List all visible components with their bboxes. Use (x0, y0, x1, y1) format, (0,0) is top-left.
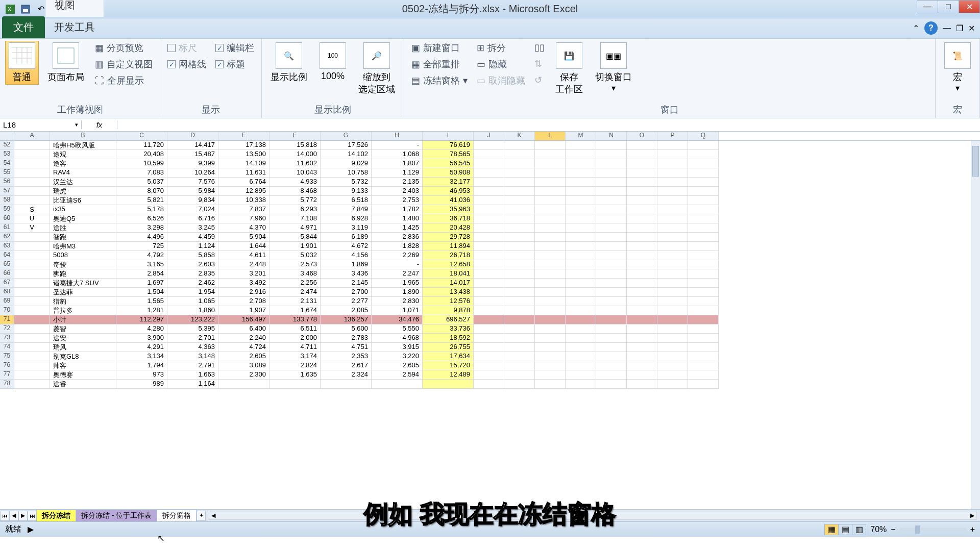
view-layout-button[interactable]: ▤ (838, 524, 852, 535)
cell[interactable] (535, 361, 566, 370)
cell[interactable]: 1,828 (372, 242, 423, 251)
cell[interactable] (688, 260, 719, 269)
cell[interactable]: 3,492 (218, 279, 270, 288)
cell[interactable] (596, 242, 627, 251)
cell[interactable] (657, 297, 688, 306)
cell[interactable] (535, 288, 566, 297)
cell[interactable]: 5,858 (167, 251, 218, 260)
sheet-tab[interactable]: 拆分窗格 (157, 510, 197, 521)
cell[interactable] (535, 260, 566, 269)
cell[interactable] (688, 324, 719, 334)
cell[interactable] (627, 178, 657, 187)
cell[interactable]: 2,835 (167, 269, 218, 279)
cell[interactable]: 1,124 (167, 242, 218, 251)
cell[interactable]: 18,592 (423, 334, 474, 343)
cell[interactable]: 2,753 (372, 196, 423, 205)
cell[interactable]: 34,476 (372, 315, 423, 324)
cell[interactable]: 4,971 (270, 223, 321, 233)
column-header-B[interactable]: B (50, 132, 116, 140)
cell[interactable]: 5,600 (321, 324, 372, 334)
window-minimize-icon[interactable]: — (943, 23, 951, 33)
row-header[interactable]: 58 (0, 196, 14, 205)
cell[interactable] (566, 380, 596, 389)
cell[interactable] (688, 233, 719, 242)
new-window-button[interactable]: ▣新建窗口 (409, 41, 470, 55)
cell[interactable]: ix35 (50, 205, 116, 214)
zoom-out-button[interactable]: − (891, 525, 895, 534)
freeze-panes-button[interactable]: ▤冻结窗格 ▾ (409, 73, 470, 88)
column-header-J[interactable]: J (474, 132, 504, 140)
cell[interactable]: 5,984 (167, 187, 218, 196)
cell[interactable] (535, 306, 566, 315)
cell[interactable] (504, 324, 535, 334)
cell[interactable] (474, 288, 504, 297)
cell[interactable] (372, 380, 423, 389)
horizontal-scrollbar[interactable]: ◀▶ (209, 512, 977, 520)
cell[interactable] (566, 306, 596, 315)
cell[interactable] (688, 297, 719, 306)
cell[interactable] (596, 260, 627, 269)
cell[interactable]: 725 (116, 242, 167, 251)
row-header[interactable]: 73 (0, 334, 14, 343)
cell[interactable] (504, 343, 535, 352)
cell[interactable]: 133,778 (270, 315, 321, 324)
cell[interactable]: 1,901 (270, 242, 321, 251)
cell[interactable] (688, 242, 719, 251)
cell[interactable]: 50,908 (423, 168, 474, 178)
cell[interactable]: 8,468 (270, 187, 321, 196)
cell[interactable]: 26,718 (423, 251, 474, 260)
cell[interactable]: 5,732 (321, 178, 372, 187)
cell[interactable]: 9,399 (167, 159, 218, 168)
cell[interactable] (627, 214, 657, 223)
zoom-100-button[interactable]: 100100% (316, 41, 350, 83)
window-close-icon[interactable]: ✕ (968, 23, 975, 33)
cell[interactable]: - (372, 141, 423, 150)
headings-checkbox[interactable]: ✓标题 (213, 57, 256, 71)
cell[interactable] (474, 315, 504, 324)
cell[interactable] (504, 361, 535, 370)
cell[interactable] (14, 324, 50, 334)
cell[interactable]: 2,474 (270, 288, 321, 297)
cell[interactable] (14, 334, 50, 343)
cell[interactable] (627, 380, 657, 389)
cell[interactable] (657, 141, 688, 150)
cell[interactable] (474, 214, 504, 223)
sheet-nav-last[interactable]: ⏭ (28, 511, 37, 521)
cell[interactable] (627, 324, 657, 334)
zoom-button[interactable]: 🔍显示比例 (267, 41, 311, 85)
cell[interactable] (504, 196, 535, 205)
cell[interactable] (627, 269, 657, 279)
cell[interactable] (596, 168, 627, 178)
column-header-A[interactable]: A (14, 132, 50, 140)
cell[interactable]: 6,716 (167, 214, 218, 223)
sheet-tab[interactable]: 拆分冻结 - 位于工作表 (76, 510, 157, 521)
cell[interactable]: 2,836 (372, 233, 423, 242)
cell[interactable]: 1,129 (372, 168, 423, 178)
cell[interactable] (474, 178, 504, 187)
cell[interactable]: 6,518 (321, 196, 372, 205)
cell[interactable] (657, 269, 688, 279)
cell[interactable]: 11,894 (423, 242, 474, 251)
row-header[interactable]: 74 (0, 343, 14, 352)
cell[interactable] (535, 297, 566, 306)
cell[interactable]: 10,043 (270, 168, 321, 178)
name-box-dropdown-icon[interactable]: ▾ (75, 121, 78, 128)
cell[interactable]: 4,363 (167, 343, 218, 352)
cell[interactable]: 2,300 (218, 370, 270, 380)
cell[interactable]: 13,438 (423, 288, 474, 297)
cell[interactable]: 10,338 (218, 196, 270, 205)
row-header[interactable]: 71 (0, 315, 14, 324)
cell[interactable]: 4,611 (218, 251, 270, 260)
name-box[interactable]: L18▾ (0, 120, 82, 129)
cell[interactable]: 1,890 (372, 288, 423, 297)
cell[interactable] (504, 260, 535, 269)
cell[interactable] (657, 214, 688, 223)
cell[interactable]: 2,824 (270, 361, 321, 370)
cell[interactable] (504, 370, 535, 380)
cell[interactable]: 1,635 (270, 370, 321, 380)
cell[interactable]: 3,201 (218, 269, 270, 279)
cell[interactable]: 7,837 (218, 205, 270, 214)
minimize-button[interactable]: — (917, 0, 938, 13)
cell[interactable]: 14,102 (321, 150, 372, 159)
unhide-button[interactable]: ▭取消隐藏 (475, 73, 527, 88)
